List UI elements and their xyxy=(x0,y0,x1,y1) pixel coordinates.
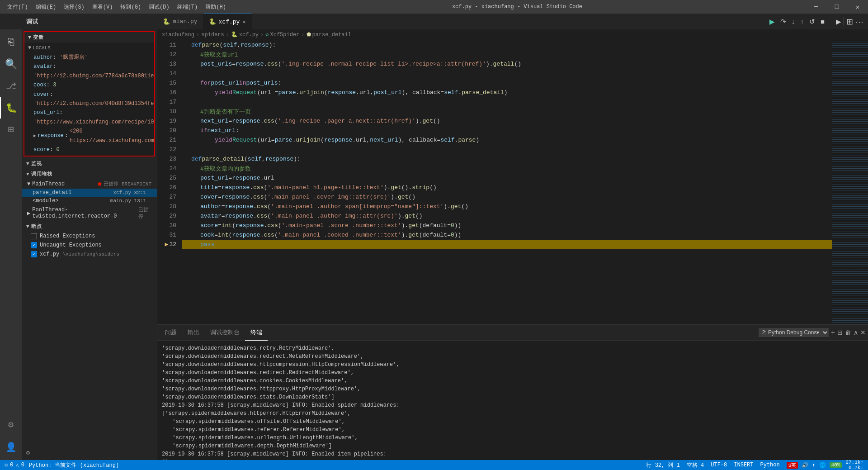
app-menu-goto[interactable]: 转到(G) xyxy=(118,3,144,11)
local-self[interactable]: ▶ self: <XcfSpider 'xcf' at 0x21166e1b78… xyxy=(28,154,151,156)
activity-extensions[interactable]: ⊞ xyxy=(0,119,22,140)
activity-git[interactable]: ⎇ xyxy=(0,75,22,97)
terminal-select[interactable]: 2: Python Debug Cons▾ xyxy=(759,328,829,337)
debug-stepout-btn[interactable]: ↑ xyxy=(798,17,806,26)
close-button[interactable]: ✕ xyxy=(847,0,868,14)
app-menu-help[interactable]: 帮助(H) xyxy=(203,3,229,11)
url-21: (url= xyxy=(257,137,275,143)
tab-xcf[interactable]: 🐍 xcf.py ✕ xyxy=(203,14,252,29)
tab-terminal[interactable]: 终端 xyxy=(245,325,268,341)
line-num-13: 13 xyxy=(157,59,180,69)
activity-search[interactable]: 🔍 xyxy=(0,53,22,75)
breadcrumb-parse-detail[interactable]: ⬟ parse_detail xyxy=(307,31,351,38)
app-menu-edit[interactable]: 编辑(E) xyxy=(33,3,59,11)
breadcrumb-xcfspider[interactable]: ◇ XcfSpider xyxy=(265,31,299,38)
paren-29: ( xyxy=(267,213,271,219)
activity-account[interactable]: 👤 xyxy=(0,436,22,458)
activity-debug[interactable]: 🐛 xyxy=(0,97,22,119)
app-menu-run[interactable]: 调试(D) xyxy=(146,3,172,11)
panel-add-btn[interactable]: + xyxy=(831,328,835,337)
tab-xcf-close[interactable]: ✕ xyxy=(242,19,245,25)
frame-parse-detail-name: parse_detail xyxy=(33,190,71,196)
local-response[interactable]: ▶ response: <200 https://www.xiachufang.… xyxy=(28,127,151,145)
paren2-31: ( xyxy=(274,232,278,238)
breadcrumb-spiders[interactable]: spiders xyxy=(201,32,224,38)
status-line-col[interactable]: 行 32, 列 1 xyxy=(646,461,679,469)
line-num-23: 23 xyxy=(157,154,180,164)
breadcrumb-xiachufang[interactable]: xiachufang xyxy=(162,32,194,38)
debug-action-toolbar: ▶ ↷ ↓ ↑ ↺ ■ xyxy=(763,14,831,29)
tab-mian[interactable]: 🐍 mian.py xyxy=(157,14,203,29)
split-editor-btn[interactable]: ⊞ xyxy=(846,17,853,27)
tab-debug-console[interactable]: 调试控制台 xyxy=(205,325,245,341)
activity-explorer[interactable]: ⎗ xyxy=(0,32,22,53)
urljoin-args-16: ( xyxy=(324,89,328,96)
debug-stepin-btn[interactable]: ↓ xyxy=(789,17,797,26)
thread-main-status: 已暂停 BREAKPOINT xyxy=(104,180,151,187)
panel-maximize-btn[interactable]: ∧ xyxy=(854,329,858,336)
debug-stepover-btn[interactable]: ↷ xyxy=(778,17,788,27)
run-button[interactable]: ▶ xyxy=(836,18,841,26)
status-language[interactable]: Python xyxy=(760,462,780,468)
status-spaces[interactable]: 空格 4 xyxy=(687,461,704,469)
bottom-panel: 问题 输出 调试控制台 终端 2: Python Debug Cons▾ + ⊟ xyxy=(157,324,868,460)
app-menu-select[interactable]: 选择(S) xyxy=(61,3,87,11)
code-content[interactable]: def parse ( self , response ): #获取文章url … xyxy=(180,40,832,324)
debug-stop-btn[interactable]: ■ xyxy=(818,17,827,26)
app-menu-file[interactable]: 文件(F) xyxy=(5,3,31,11)
thread-main[interactable]: ▼ MainThread ⬟ 已暂停 BREAKPOINT xyxy=(22,179,157,189)
status-python-env[interactable]: Python: 当前文件 (xiachufang) xyxy=(29,461,119,469)
local-post-url-val: 'https://www.xiachufang.com/recipe/10378… xyxy=(33,119,154,125)
panel-close-btn[interactable]: ✕ xyxy=(860,329,866,336)
css-fn-30: css xyxy=(267,222,278,229)
bp-raised-check[interactable] xyxy=(31,233,37,239)
debug-continue-btn[interactable]: ▶ xyxy=(767,17,777,27)
breakpoints-header[interactable]: ▼ 断点 xyxy=(22,221,157,232)
tab-output[interactable]: 输出 xyxy=(182,325,205,341)
frame-module[interactable]: <module> main.py 13:1 xyxy=(22,197,157,205)
paren-close: ): xyxy=(269,42,276,48)
default-31: (default= xyxy=(419,232,451,238)
terminal-content[interactable]: 'scrapy.downloadermiddlewares.retry.Retr… xyxy=(157,341,868,460)
app-menu-view[interactable]: 查看(V) xyxy=(90,3,116,11)
status-encoding[interactable]: UTF-8 xyxy=(711,462,727,468)
locals-expand[interactable]: ▼ Locals xyxy=(28,45,151,51)
activity-bar: ⎗ 🔍 ⎇ 🐛 ⊞ ⚙ 👤 xyxy=(0,29,22,460)
dot-get-26: ). xyxy=(384,184,391,191)
status-insert[interactable]: INSERT xyxy=(734,462,753,468)
paren-close-27: () xyxy=(408,194,415,200)
self-21: self xyxy=(440,137,454,143)
line-num-21: 21 xyxy=(157,135,180,145)
line-num-18: 18 xyxy=(157,107,180,116)
thread-main-info: ▼ MainThread xyxy=(27,181,65,187)
callstack-header[interactable]: ▼ 调用堆栈 xyxy=(22,169,157,179)
self-23: self xyxy=(248,156,262,162)
css-fn: css xyxy=(267,61,278,67)
local-response-key: response xyxy=(38,131,64,140)
more-actions-btn[interactable]: ⋯ xyxy=(855,17,863,27)
yield-21: yield xyxy=(215,137,232,143)
parse-detail-fn: parse_detail xyxy=(202,156,244,162)
panel-trash-btn[interactable]: 🗑 xyxy=(845,329,851,336)
minimize-button[interactable]: ─ xyxy=(806,0,826,14)
breadcrumb-xcfpy[interactable]: 🐍 xcf.py xyxy=(231,31,259,38)
status-debug-info[interactable]: ⊙ 0 △ 0 xyxy=(5,462,24,469)
bp-xcf-check[interactable]: ✓ xyxy=(31,251,37,257)
kw-def: def xyxy=(191,42,202,48)
bp-xcf[interactable]: ✓ xcf.py \xiachufang\spiders xyxy=(22,250,157,259)
bp-raised[interactable]: Raised Exceptions xyxy=(22,232,157,241)
bp-uncaught-check[interactable]: ✓ xyxy=(31,242,37,248)
debug-restart-btn[interactable]: ↺ xyxy=(807,17,817,27)
panel-split-btn[interactable]: ⊟ xyxy=(837,329,843,336)
frame-parse-detail[interactable]: parse_detail xcf.py 32:1 xyxy=(22,189,157,197)
settings-icon[interactable]: ⚙ xyxy=(26,449,30,456)
thread-pool[interactable]: ▶ PoolThread-twisted.internet.reactor-0 … xyxy=(22,205,157,221)
watch-header[interactable]: ▼ 监视 xyxy=(22,158,157,169)
response-url-21: response xyxy=(324,137,352,143)
bp-uncaught[interactable]: ✓ Uncaught Exceptions xyxy=(22,241,157,250)
maximize-button[interactable]: □ xyxy=(826,0,847,14)
app-menu-terminal[interactable]: 终端(T) xyxy=(175,3,201,11)
activity-remote[interactable]: ⚙ xyxy=(0,413,22,435)
frame-parse-detail-loc: xcf.py 32:1 xyxy=(113,190,146,195)
tab-problems[interactable]: 问题 xyxy=(160,325,182,341)
